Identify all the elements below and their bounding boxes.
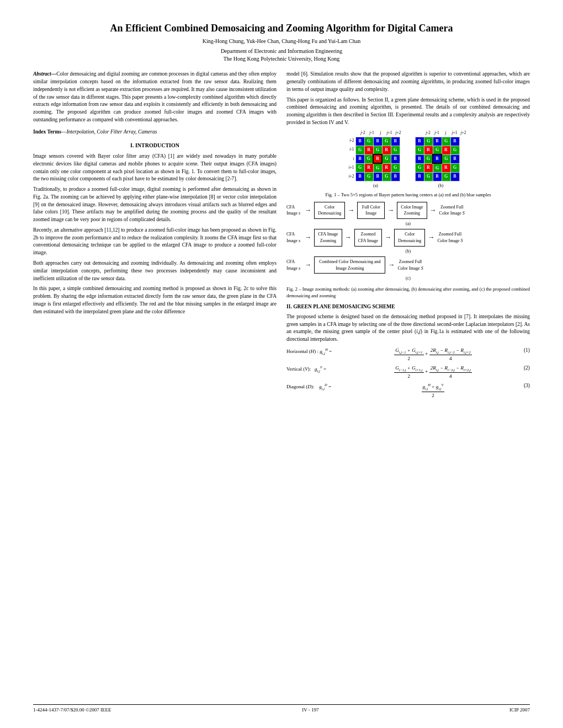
footer-center: IV - 197 — [302, 707, 318, 713]
eq-vertical: Vertical (V): gi,jV = Gi−1,j + Gi+1,j 2 … — [286, 365, 530, 380]
page-footer: 1-4244-1437-7/07/$20.00 ©2007 IEEE IV - … — [33, 704, 530, 713]
flow-box-combined: Combined Color Demosaicing andImage Zoom… — [314, 256, 385, 274]
fig2-caption: Fig. 2 – Image zooming methods: (a) zoom… — [286, 286, 530, 299]
page-title: An Efficient Combined Demosaicing and Zo… — [33, 22, 530, 35]
eq-d-label: Diagonal (D): gi,jD = — [286, 382, 353, 391]
flow-a-label: (a) — [286, 221, 530, 227]
right-intro-1: model [6]. Simulation results show that … — [286, 71, 530, 93]
eq-v-label: Vertical (V): gi,jV = — [286, 365, 353, 373]
abstract: Abstract—Color demosaicing and digital z… — [33, 71, 277, 124]
intro-para-4: Both approaches carry out demosaicing an… — [33, 260, 277, 282]
flow-box-color-dem-b: ColorDemosaicing — [394, 229, 425, 246]
bayer-figures: j-2 j-1 j j+1 j+2 i-2 i-1 i i+1 i+2 — [286, 130, 530, 189]
intro-para-1: Image sensors covered with Bayer color f… — [33, 153, 277, 183]
flow-box-color-dem: ColorDemosaicing — [314, 202, 345, 219]
flow-box-cfa-zoom: CFA ImageZooming — [314, 229, 342, 246]
intro-para-5: In this paper, a simple combined demosai… — [33, 285, 277, 315]
flow-b-label: (b) — [286, 248, 530, 255]
fig2-diagrams: CFAImage s → ColorDemosaicing → Full Col… — [286, 202, 530, 282]
equations: Horizontal (H) : gi,jH = Gi,j−1 + Gi,j+1… — [286, 347, 530, 399]
authors: King-Hong Chung, Yuk-Hee Chan, Chang-Hon… — [33, 38, 530, 44]
eq-h-formula: Gi,j−1 + Gi,j+1 2 + 2Ri,j − Ri,j−2 − Ri,… — [353, 347, 513, 362]
eq-d-formula: gi,jH + gi,jV 2 — [353, 382, 513, 399]
right-column: model [6]. Simulation results show that … — [286, 71, 530, 402]
footer-right: ICIP 2007 — [509, 707, 530, 713]
right-intro-2: This paper is organized as follows. In S… — [286, 97, 530, 127]
index-terms: Index Terms—Interpolation, Color Filter … — [33, 129, 277, 136]
bayer-fig-b: j-2 j-1 j j+1 j+2 — [414, 130, 468, 189]
green-plane-text: The proposed scheme is designed based on… — [286, 313, 530, 344]
flow-b: CFAImage s → CFA ImageZooming → ZoomedCF… — [286, 229, 530, 246]
intro-para-3: Recently, an alternative approach [11,12… — [33, 227, 277, 257]
affiliation: Department of Electronic and Information… — [33, 47, 530, 63]
flow-box-color-zoom-a: Color ImageZooming — [397, 202, 427, 219]
eq-horizontal: Horizontal (H) : gi,jH = Gi,j−1 + Gi,j+1… — [286, 347, 530, 362]
eq-h-number: (1) — [513, 347, 530, 355]
abstract-text: Abstract—Color demosaicing and digital z… — [33, 71, 277, 124]
flow-a: CFAImage s → ColorDemosaicing → Full Col… — [286, 202, 530, 219]
flow-c: CFAImage s → Combined Color Demosaicing … — [286, 256, 530, 274]
flow-box-full-color: Full ColorImage — [357, 202, 385, 219]
left-column: Abstract—Color demosaicing and digital z… — [33, 71, 277, 402]
eq-v-formula: Gi−1,j + Gi+1,j 2 + 2Ri,j − Ri−2,j − Ri+… — [353, 365, 513, 380]
eq-d-number: (3) — [513, 382, 530, 390]
bayer-grid-a: BGBGB GRGRG BGRGB GRGRG — [355, 137, 400, 181]
introduction-title: I. Introduction — [33, 142, 277, 150]
bayer-fig-a: j-2 j-1 j j+1 j+2 i-2 i-1 i i+1 i+2 — [349, 130, 403, 189]
footer-left: 1-4244-1437-7/07/$20.00 ©2007 IEEE — [33, 707, 111, 713]
fig1-caption: Fig. 1 – Two 5×5 regions of Bayer patter… — [286, 192, 530, 198]
intro-para-2: Traditionally, to produce a zoomed full-… — [33, 186, 277, 224]
eq-h-label: Horizontal (H) : gi,jH = — [286, 347, 353, 356]
flow-box-zoomed-cfa: ZoomedCFA Image — [354, 229, 383, 246]
flow-c-label: (c) — [286, 275, 530, 282]
eq-diagonal: Diagonal (D): gi,jD = gi,jH + gi,jV 2 (3… — [286, 382, 530, 399]
green-plane-title: II. Green Plane Demosaicing Scheme — [286, 303, 530, 311]
eq-v-number: (2) — [513, 365, 530, 372]
bayer-grid-b: BGBGB GRGRG BGBGB GRGRG — [415, 137, 460, 181]
